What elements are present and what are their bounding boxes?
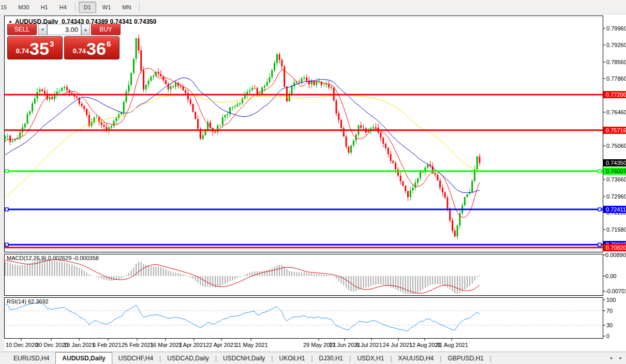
toolbar-divider bbox=[139, 3, 140, 12]
volume-decrease-button[interactable]: ▼ bbox=[38, 24, 47, 35]
price-level-label: 0.70820 bbox=[603, 244, 626, 251]
sell-price-tile[interactable]: 0.74 35 3 bbox=[7, 36, 63, 59]
timeframe-button-d1[interactable]: D1 bbox=[79, 2, 96, 13]
chart-tab-usdcnh-daily[interactable]: USDCNH,Daily bbox=[217, 353, 271, 364]
rsi-axis-label: 30 bbox=[606, 322, 613, 329]
one-click-trading-panel: SELL ▼ ▲ BUY 0.74 35 3 0.74 36 6 bbox=[7, 24, 122, 59]
price-level-label: 0.72411 bbox=[603, 206, 626, 213]
date-tick-label: 24 Jul 2021 bbox=[383, 342, 412, 348]
price-tick-label: 0.73660 bbox=[606, 176, 626, 183]
price-level-label: 0.74350 bbox=[603, 159, 626, 166]
chart-tab-usdcad-daily[interactable]: USDCAD,Daily bbox=[161, 353, 215, 364]
tab-scroll-right-icon[interactable]: ▸ bbox=[619, 355, 622, 360]
rsi-axis-label: 100 bbox=[606, 296, 616, 304]
chart-tab-dj30-h1[interactable]: DJ30,H1 bbox=[313, 353, 350, 364]
sell-button[interactable]: SELL bbox=[7, 24, 37, 35]
price-level-label: 0.77200 bbox=[603, 91, 626, 98]
chart-tab-bar: EURUSD,H4AUDUSD,DailyUSDCHF,H4|USDCAD,Da… bbox=[0, 352, 626, 364]
price-tick-label: 0.72960 bbox=[606, 193, 626, 200]
timeframe-button-h1[interactable]: H1 bbox=[36, 2, 53, 13]
date-tick-label: 16 Mar 2021 bbox=[150, 342, 182, 348]
date-tick-label: 6 Jul 2021 bbox=[356, 342, 382, 348]
price-level-label: 0.74007 bbox=[603, 168, 626, 175]
macd-axis-label: 0.00 bbox=[605, 272, 616, 280]
price-tick-label: 0.77860 bbox=[606, 75, 626, 82]
timeframe-button-m30[interactable]: M30 bbox=[13, 2, 34, 13]
price-tick-label: 0.79260 bbox=[606, 41, 626, 49]
collapse-icon[interactable]: ▲ bbox=[8, 19, 12, 24]
chart-tab-ukoil-h1[interactable]: UKOil,H1 bbox=[273, 353, 311, 364]
date-tick-label: 11 May 2021 bbox=[235, 342, 268, 348]
tab-scroll-left-icon[interactable]: ◂ bbox=[609, 355, 612, 360]
volume-input[interactable] bbox=[47, 24, 81, 35]
tab-scroll-controls: ◂ ▸ bbox=[603, 355, 622, 360]
price-tick-label: 0.79960 bbox=[606, 25, 626, 32]
price-tick-label: 0.78560 bbox=[606, 58, 626, 66]
date-tick-label: 3 Apr 2021 bbox=[178, 342, 206, 348]
trading-terminal-window: 15M30H1H4D1W1MN 0.799600.792600.785600.7… bbox=[0, 0, 626, 364]
sell-price-prefix: 0.74 bbox=[16, 47, 29, 55]
timeframe-button-15[interactable]: 15 bbox=[0, 2, 12, 13]
date-tick-label: 19 Jan 2021 bbox=[64, 342, 95, 348]
price-tick-label: 0.76460 bbox=[606, 109, 626, 116]
date-tick-label: 31 Aug 2021 bbox=[436, 342, 468, 348]
window-left-edge bbox=[0, 14, 4, 351]
macd-axis-label: -0.007013 bbox=[605, 287, 626, 295]
buy-price-big: 36 bbox=[86, 39, 106, 58]
date-tick-label: 25 Feb 2021 bbox=[122, 342, 154, 348]
timeframe-button-mn[interactable]: MN bbox=[117, 2, 136, 13]
price-tick-label: 0.75060 bbox=[606, 142, 626, 149]
price-tick-label: 0.71580 bbox=[606, 226, 626, 233]
buy-price-pip: 6 bbox=[107, 39, 111, 48]
price-level-label: 0.75716 bbox=[603, 127, 626, 134]
toolbar-divider bbox=[75, 3, 76, 12]
buy-price-prefix: 0.74 bbox=[73, 47, 86, 55]
rsi-axis-label: 0 bbox=[606, 332, 609, 340]
tab-divider: | bbox=[490, 353, 491, 364]
timeframe-button-h4[interactable]: H4 bbox=[54, 2, 72, 13]
chart-tab-audusd-daily[interactable]: AUDUSD,Daily bbox=[55, 352, 112, 364]
date-tick-label: 6 Feb 2021 bbox=[93, 342, 122, 348]
date-tick-label: 10 Dec 2020 bbox=[6, 342, 38, 348]
rsi-panel[interactable] bbox=[4, 297, 603, 339]
chart-tab-gbpusd-h1[interactable]: GBPUSD,H1 bbox=[441, 353, 489, 364]
volume-increase-button[interactable]: ▲ bbox=[81, 24, 90, 35]
chart-tab-eurusd-h4[interactable]: EURUSD,H4 bbox=[7, 353, 55, 364]
buy-button[interactable]: BUY bbox=[91, 24, 121, 35]
macd-label: MACD(12,26,9) 0.002629 -0.000358 bbox=[7, 255, 99, 261]
macd-axis-label: 0.008904 bbox=[605, 251, 626, 259]
timeframe-toolbar: 15M30H1H4D1W1MN bbox=[0, 0, 626, 14]
chart-tab-usdx-h1[interactable]: USDX,H1 bbox=[351, 353, 390, 364]
rsi-label: RSI(14) 62.3692 bbox=[7, 298, 49, 305]
chart-tab-usdchf-h4[interactable]: USDCHF,H4 bbox=[112, 353, 159, 364]
buy-price-tile[interactable]: 0.74 36 6 bbox=[64, 36, 120, 59]
rsi-axis-label: 70 bbox=[606, 307, 613, 314]
chart-tab-xauusd-h4[interactable]: XAUUSD,H4 bbox=[392, 353, 440, 364]
timeframe-button-w1[interactable]: W1 bbox=[97, 2, 116, 13]
sell-price-big: 35 bbox=[29, 39, 49, 58]
date-tick-label: 22 Apr 2021 bbox=[206, 342, 236, 348]
sell-price-pip: 3 bbox=[50, 39, 54, 48]
